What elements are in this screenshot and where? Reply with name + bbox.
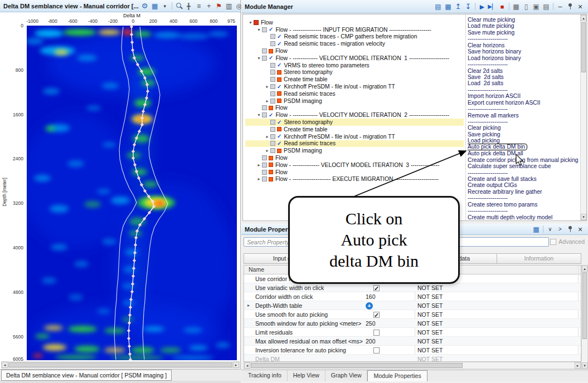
tree-item[interactable]: ▸✓Kirchhoff PreSDM - file in/out - migra… [245, 83, 464, 90]
menu-item[interactable]: Create stereo tomo params [468, 202, 580, 208]
scroll-track[interactable] [8, 362, 233, 368]
property-row[interactable]: Corridor width on click160NOT SET [244, 292, 581, 301]
expander-icon[interactable]: ▸ [264, 99, 270, 104]
semblance-heatmap[interactable] [27, 26, 237, 360]
menu-item[interactable]: Create multi depth velocity model [468, 214, 580, 220]
corridor-icon[interactable]: ≡ [195, 2, 203, 11]
tree-item[interactable]: Flow [245, 169, 464, 176]
scroll-thumb[interactable] [8, 362, 232, 367]
menu-item[interactable]: Clear mute picking [468, 17, 580, 23]
gear-icon[interactable]: ⚙ [140, 2, 149, 11]
property-row[interactable]: Use variadic width on clickNOT SET [244, 283, 581, 292]
tab-graph-view[interactable]: Graph View [325, 370, 368, 381]
tree-item[interactable]: ✓Read seismic traces - migration velocit… [245, 40, 464, 47]
tree-item[interactable]: ▾Flow [245, 19, 464, 26]
menu-item[interactable]: Create output CIGs [468, 182, 580, 188]
property-value[interactable]: 200 [366, 337, 376, 346]
expander-icon[interactable]: ▸ [264, 148, 270, 153]
panel-divider[interactable] [465, 14, 466, 220]
tree-item[interactable]: ▾✓Flow - ------------- VELOCITY MODEL IT… [245, 55, 464, 62]
paste-icon[interactable]: ▤ [542, 2, 551, 11]
menu-item[interactable]: Create and save full stacks [468, 176, 580, 182]
menu-item[interactable]: Save mute picking [468, 30, 580, 36]
menu-item[interactable]: Load mute picking [468, 23, 580, 29]
picking-icon[interactable]: ╋ [184, 2, 193, 11]
property-row[interactable]: Use smooth for auto pickingNOT SET [244, 310, 581, 319]
property-checkbox[interactable] [373, 330, 380, 336]
scroll-left-button[interactable]: ◂ [2, 362, 8, 368]
menu-vertical-scrollbar[interactable]: ▴ ▾ [580, 14, 587, 220]
move-down-icon[interactable]: ↧ [464, 2, 473, 11]
tree-item[interactable]: ✓Read seismic traces [245, 140, 464, 148]
menu-item[interactable]: Clear horizons [468, 42, 580, 48]
move-up-icon[interactable]: ↥ [454, 2, 463, 11]
property-checkbox[interactable] [373, 285, 380, 291]
plot-horizontal-scrollbar[interactable]: ◂ ▸ [1, 361, 240, 369]
chevron-down-icon[interactable]: ∨ [546, 225, 555, 234]
property-row[interactable]: ▸Depth-Width table+NOT SET [244, 301, 581, 310]
pin-icon[interactable] [566, 225, 575, 234]
scroll-down-button[interactable]: ▾ [581, 214, 586, 220]
tree-item[interactable]: Stereo tomography [245, 69, 464, 76]
property-row[interactable]: Delta DMNOT SET [244, 355, 581, 361]
tree-item[interactable]: ✓VRMS to stereo tomo parameters [245, 62, 464, 69]
menu-item[interactable]: Save horizons binary [468, 48, 580, 55]
column-header-name[interactable]: Name [249, 266, 264, 273]
chevron-right-icon[interactable]: > [556, 225, 565, 234]
scroll-up-button[interactable]: ▴ [581, 15, 586, 21]
menu-item[interactable]: Load 2d salts [468, 80, 580, 86]
run-step-icon[interactable]: ▶▏ [488, 2, 497, 11]
tree-item[interactable]: ▾✓Flow - --------------- INPUT FOR MIGRA… [245, 26, 464, 33]
add-row-button[interactable]: + [366, 302, 373, 310]
tree-item[interactable]: ▸PSDM imaging [245, 147, 464, 154]
semblance-view-tab[interactable]: Delta DM semblance view - Manual corrido… [1, 370, 172, 381]
property-checkbox[interactable] [373, 347, 380, 353]
tree-item[interactable]: Flow [245, 47, 464, 55]
scroll-thumb[interactable] [581, 22, 586, 72]
expander-icon[interactable]: ▸ [256, 163, 262, 168]
save-flow-icon[interactable]: ▤ [434, 2, 443, 11]
property-value[interactable]: 250 [366, 319, 376, 328]
menu-item[interactable]: Import horizon ASCII [468, 93, 580, 99]
tree-item[interactable]: Read seismic traces [245, 90, 464, 97]
pin-icon[interactable] [566, 2, 575, 11]
tree-item[interactable]: ✓Read seismic traces - CMP gathers befor… [245, 33, 464, 41]
tree-item[interactable]: ▸PSDM imaging [245, 97, 464, 105]
tree-item[interactable]: Create time table [245, 126, 464, 133]
menu-item[interactable]: Recreate arbitrary line gather [468, 189, 580, 195]
tree-item[interactable]: ▸Flow - -------------------- EXECUTE MIG… [245, 176, 464, 183]
menu-item[interactable]: Clear 2d salts [468, 68, 580, 74]
property-value[interactable]: 160 [366, 292, 376, 301]
menu-item-auto-pick-delta-dm-bin[interactable]: Auto pick delta DM bin [468, 144, 580, 150]
crosshair-icon[interactable]: + [205, 2, 213, 11]
save-all-flows-icon[interactable]: ▦ [444, 2, 453, 11]
close-icon[interactable]: × [576, 225, 585, 234]
run-icon[interactable]: ▶ [478, 2, 487, 11]
tree-item[interactable]: ✓Stereo tomography [245, 119, 464, 126]
expander-icon[interactable]: ▾ [256, 27, 262, 32]
property-row[interactable]: Inversion tolerance for auto pickingNOT … [244, 346, 581, 355]
scroll-left-button[interactable]: ◂ [244, 362, 250, 369]
property-row[interactable]: Limit residualsNOT SET [244, 328, 581, 337]
tree-item[interactable]: Flow [245, 154, 464, 161]
copy-icon[interactable]: ▣ [532, 2, 541, 11]
stop-icon[interactable]: ■ [498, 2, 507, 11]
tab-information[interactable]: Information [497, 253, 581, 264]
scroll-up-button[interactable]: ▴ [582, 266, 587, 272]
tree-item[interactable]: ▸Flow - -------------- VELOCITY MODEL IT… [245, 161, 464, 169]
expander-icon[interactable]: ▸ [247, 301, 253, 310]
table-horizontal-scrollbar[interactable]: ◂ ▸ [244, 362, 581, 369]
expander-icon[interactable]: ▸ [264, 134, 270, 139]
chart-icon[interactable]: ▥ [225, 2, 234, 11]
tree-item[interactable]: Create time table [245, 76, 464, 83]
menu-item[interactable]: Save picking [468, 131, 580, 138]
scroll-track[interactable] [582, 272, 587, 362]
property-row[interactable]: Max allowed residual on max offset <ms>2… [244, 337, 581, 346]
menu-item[interactable]: Calculate super semblance cube [468, 163, 580, 169]
expander-icon[interactable]: ▸ [264, 84, 270, 89]
tree-item[interactable]: ▸✓Kirchhoff PreSDM - file in/out - migra… [245, 133, 464, 140]
layout-icon[interactable]: ▦ [150, 2, 159, 11]
views-icon[interactable]: ▦ [532, 225, 541, 234]
tree-item[interactable]: Flow [245, 105, 464, 112]
menu-item[interactable]: Load horizons binary [468, 55, 580, 61]
